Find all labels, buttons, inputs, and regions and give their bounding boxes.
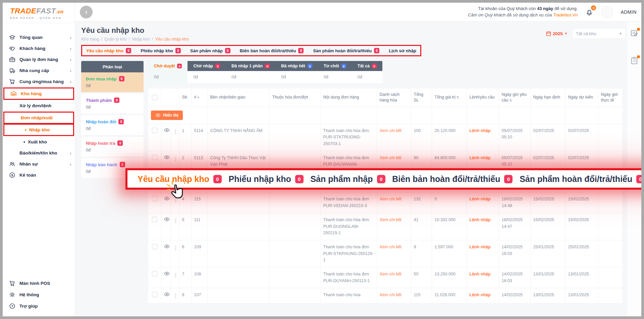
row-menu-icon[interactable]: ⋮ [170,124,179,151]
row-menu-icon[interactable]: ⋮ [170,288,179,304]
filter-cell[interactable] [565,107,598,124]
warehouse-select[interactable]: Tất cả kho ▼ [572,28,626,39]
row-menu-icon[interactable]: ⋮ [170,240,179,267]
row-view-icon[interactable] [164,217,170,221]
avatar[interactable] [601,6,613,18]
detail-link[interactable]: Xem chi tiết [380,293,401,297]
category-item-nhap-hoan-doi[interactable]: Nhập hoàn đổi00đ [81,115,144,137]
notifications-button[interactable]: 0 [585,8,594,16]
sidebar-item-cung-ung-mua-hang[interactable]: Cung ứng/mua hàng› [3,76,75,87]
sidebar-item-nhap-kho[interactable]: •Nhập kho [4,124,73,135]
username[interactable]: ADMIN [621,9,637,15]
tab-phieu-nhap-kho[interactable]: Phiếu nhập kho0 [141,48,181,53]
tab-bien-ban-hoan-doi-tra-thieu[interactable]: Biên bản hoàn đổi/trả/thiếu0 [240,48,304,53]
filter-cell[interactable] [377,107,411,124]
detail-link[interactable]: Xem chi tiết [380,197,401,201]
filter-cell[interactable] [320,107,377,124]
tab-san-pham-hoan-doi-tra-thieu[interactable]: Sản phẩm hoàn đổi/trả/thiếu0 [313,48,379,53]
filter-cell[interactable] [432,107,467,124]
filter-cell[interactable] [598,107,623,124]
row-checkbox[interactable] [152,244,157,249]
sort-icon[interactable]: ▾ [196,95,199,99]
category-item-nhap-hoan-tra[interactable]: Nhập hoàn trả00đ [81,137,144,158]
tab-bien-ban-hoan-doi-tra-thieu[interactable]: Biên bản hoàn đổi/trả/thiếu0 [392,174,513,184]
status-tab-label: Chờ duyệt [154,64,175,68]
detail-link[interactable]: Xem chi tiết [380,128,401,133]
tasks-panel-button[interactable] [630,57,638,65]
command-link[interactable]: Lệnh nhập [470,272,491,276]
row-checkbox[interactable] [152,196,157,201]
sidebar-item-kho-hang[interactable]: Kho hàng [4,88,73,99]
row-checkbox[interactable] [152,217,157,222]
row-view-icon[interactable] [164,245,170,248]
detail-link[interactable]: Xem chi tiết [380,245,401,249]
sidebar-item-xu-ly-don-lenh[interactable]: Xử lý đơn/lệnh [3,100,75,111]
status-tab-cho-nhap[interactable]: Chờ nhập0 [187,61,226,71]
sidebar-item-man-hinh-pos[interactable]: Màn hình POS [3,277,75,289]
year-filter[interactable]: 2025 ▼ [546,31,568,36]
sidebar-item-don-nhap-xuat[interactable]: Đơn nhập/xuất [4,112,73,123]
table-row: ⋮15114CÔNG TY TNHH NẮNG ẤMThanh toán cho… [148,124,623,151]
command-link[interactable]: Lệnh nhập [470,197,491,201]
select-all-checkbox[interactable] [152,95,157,100]
sidebar-item-ke-toan[interactable]: $Kế toán [3,170,75,181]
tab-phieu-nhap-kho[interactable]: Phiếu nhập kho0 [229,174,304,184]
command-link[interactable]: Lệnh nhập [470,155,491,160]
status-tab-cho-duyet[interactable]: Chờ duyệt0 [148,61,187,71]
filter-cell[interactable] [499,107,530,124]
breadcrumb-item[interactable]: Quản lý kho [104,37,127,42]
row-view-icon[interactable] [164,128,170,132]
row-view-icon[interactable] [164,293,170,296]
filter-cell[interactable] [467,107,499,124]
sort-icon[interactable]: ⇅ [508,99,512,102]
status-tab-da-nhap-1-phan[interactable]: Đã nhập 1 phần0 [226,61,275,71]
command-link[interactable]: Lệnh nhập [470,293,491,297]
sidebar-item-xuat-kho[interactable]: •Xuất kho [3,136,75,147]
sidebar-item-khach-hang[interactable]: Khách hàng› [3,43,75,54]
category-item-thanh-pham[interactable]: Thành phẩm00đ [81,94,144,115]
status-tab-tu-choi[interactable]: Từ chối0 [318,61,352,71]
sort-icon[interactable]: ⇅ [455,95,459,99]
row-checkbox[interactable] [152,128,157,133]
sidebar-item-tong-quan[interactable]: Tổng quan› [3,32,75,43]
detail-link[interactable]: Xem chi tiết [380,217,401,222]
command-link[interactable]: Lệnh nhập [470,128,491,133]
sidebar-item-nha-cung-cap[interactable]: Nhà cung cấp› [3,65,75,76]
command-link[interactable]: Lệnh nhập [470,245,491,249]
filter-cell[interactable] [207,107,269,124]
sidebar-item-he-thong[interactable]: Hệ thống [3,289,75,300]
filter-cell[interactable] [411,107,432,124]
filter-cell[interactable] [530,107,565,124]
show-button[interactable]: Hiển thị [151,111,183,120]
notes-panel-button[interactable] [630,29,638,37]
sidebar-item-tro-giup[interactable]: ?Trợ giúp [3,300,75,312]
brand-link[interactable]: Tradefast.Vn [553,12,578,17]
logo[interactable]: TRADEFAST.vn BÁN NHANH - QUẢN GỌN [3,3,75,23]
row-menu-icon[interactable]: ⋮ [170,267,179,288]
breadcrumb-item[interactable]: Nhập kho [132,37,150,42]
filter-cell[interactable] [269,107,320,124]
tab-san-pham-nhap[interactable]: Sản phẩm nhập0 [190,48,230,53]
row-menu-icon[interactable]: ⋮ [170,213,179,240]
command-link[interactable]: Lệnh nhập [470,217,491,222]
row-view-icon[interactable] [164,272,170,275]
tab-san-pham-nhap[interactable]: Sản phẩm nhập0 [310,174,385,184]
row-checkbox[interactable] [152,155,157,160]
tab-label: Sản phẩm nhập [310,174,373,184]
row-checkbox[interactable] [152,271,157,276]
breadcrumb-item[interactable]: Kho hàng [81,37,99,42]
row-view-icon[interactable] [164,155,170,159]
sidebar-item-nhan-su[interactable]: Nhân sự› [3,158,75,170]
sidebar-item-quan-ly-don-hang[interactable]: Quản lý đơn hàng› [3,54,75,65]
detail-link[interactable]: Xem chi tiết [380,155,401,160]
sidebar-item-bao-kiem-ton-kho[interactable]: Báo/kiểm/tồn kho› [3,147,75,158]
status-tab-da-nhap-het[interactable]: Đã nhập hết0 [275,61,318,71]
back-button[interactable]: ‹ [80,6,93,18]
category-item-don-mua-nhap[interactable]: Đơn mua nhập00đ [81,72,144,94]
tab-san-pham-hoan-doi-tra-thieu[interactable]: Sản phẩm hoàn đổi/trả/thiếu0 [520,174,644,184]
detail-link[interactable]: Xem chi tiết [380,272,401,276]
status-tab-tat-ca[interactable]: Tất cả0 [352,61,382,71]
tab-lich-su-nhap[interactable]: Lịch sử nhập [389,48,416,53]
tab-yeu-cau-nhap-kho[interactable]: Yêu cầu nhập kho0 [86,48,131,53]
row-checkbox[interactable] [152,292,157,297]
